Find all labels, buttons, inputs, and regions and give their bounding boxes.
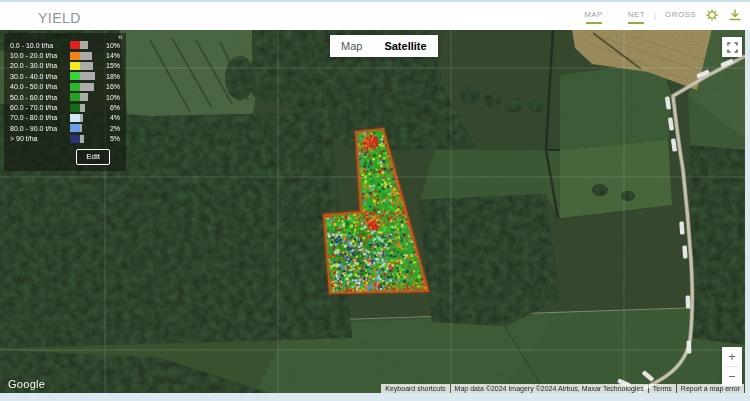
legend-row: 50.0 - 60.0 t/ha10%: [10, 92, 122, 102]
legend-collapse-button[interactable]: «: [118, 32, 123, 42]
legend-histogram-bar: [80, 114, 83, 122]
gear-icon[interactable]: [705, 8, 719, 22]
attribution-bar: Keyboard shortcuts Map data ©2024 Imager…: [381, 384, 744, 393]
legend-histogram-track: [80, 93, 106, 101]
legend-color-swatch: [70, 124, 80, 132]
legend-histogram-bar: [80, 72, 95, 80]
page-title: YIELD: [38, 10, 81, 26]
toggle-gross-label: GROSS: [665, 10, 696, 19]
legend-range-label: 10.0 - 20.0 t/ha: [10, 52, 70, 59]
legend-histogram-track: [80, 104, 106, 112]
legend-percentage: 10%: [106, 42, 122, 49]
legend-range-label: > 90 t/ha: [10, 135, 70, 142]
legend-row: 70.0 - 80.0 t/ha4%: [10, 113, 122, 123]
legend-percentage: 16%: [106, 83, 122, 90]
legend-histogram-bar: [80, 52, 92, 60]
legend-histogram-track: [80, 72, 106, 80]
legend-histogram-bar: [80, 124, 82, 132]
legend-histogram-track: [80, 62, 106, 70]
legend-color-swatch: [70, 114, 80, 122]
map-data-credit: Map data ©2024 Imagery ©2024 Airbus, Max…: [451, 384, 648, 393]
legend-row: 30.0 - 40.0 t/ha18%: [10, 71, 122, 81]
legend-percentage: 18%: [106, 73, 122, 80]
legend-percentage: 15%: [106, 62, 122, 69]
toggle-gross[interactable]: GROSS: [665, 10, 696, 19]
map-type-satellite-button[interactable]: Satellite: [373, 35, 437, 57]
legend-row: > 90 t/ha5%: [10, 134, 122, 144]
legend-histogram-track: [80, 114, 106, 122]
legend-histogram-track: [80, 135, 106, 143]
nav-map-label: MAP: [584, 10, 603, 19]
toggle-net[interactable]: NET: [628, 10, 645, 24]
legend-percentage: 6%: [106, 104, 122, 111]
legend-color-swatch: [70, 104, 80, 112]
legend-histogram-track: [80, 41, 106, 49]
legend-color-swatch: [70, 135, 80, 143]
map-viewport[interactable]: « 0.0 - 10.0 t/ha10%10.0 - 20.0 t/ha14%2…: [0, 30, 745, 393]
fullscreen-button[interactable]: [722, 37, 742, 57]
legend-color-swatch: [70, 62, 80, 70]
legend-edit-button[interactable]: Edit: [76, 149, 110, 165]
net-gross-divider: |: [654, 11, 656, 20]
legend-range-label: 70.0 - 80.0 t/ha: [10, 114, 70, 121]
legend-range-label: 60.0 - 70.0 t/ha: [10, 104, 70, 111]
nav-map-active-underline: [586, 22, 602, 24]
legend-color-swatch: [70, 93, 80, 101]
header-nav: MAP NET | GROSS: [584, 10, 742, 24]
legend-range-label: 80.0 - 90.0 t/ha: [10, 125, 70, 132]
report-map-error-link[interactable]: Report a map error: [677, 384, 744, 393]
page-padding-bottom: [0, 393, 750, 401]
legend-range-label: 40.0 - 50.0 t/ha: [10, 83, 70, 90]
zoom-in-button[interactable]: +: [722, 347, 742, 366]
legend-percentage: 2%: [106, 125, 122, 132]
legend-percentage: 14%: [106, 52, 122, 59]
header-bar: YIELD MAP NET | GROSS: [0, 0, 750, 30]
legend-range-label: 50.0 - 60.0 t/ha: [10, 94, 70, 101]
download-icon[interactable]: [728, 8, 742, 22]
legend-histogram-bar: [80, 83, 94, 91]
legend-color-swatch: [70, 72, 80, 80]
legend-range-label: 0.0 - 10.0 t/ha: [10, 42, 70, 49]
legend-histogram-track: [80, 52, 106, 60]
legend-percentage: 5%: [106, 135, 122, 142]
legend-percentage: 4%: [106, 114, 122, 121]
legend-range-label: 30.0 - 40.0 t/ha: [10, 73, 70, 80]
legend-row: 80.0 - 90.0 t/ha2%: [10, 123, 122, 133]
legend-color-swatch: [70, 41, 80, 49]
legend-range-label: 20.0 - 30.0 t/ha: [10, 62, 70, 69]
legend-histogram-bar: [80, 104, 85, 112]
legend-color-swatch: [70, 83, 80, 91]
legend-histogram-bar: [80, 135, 84, 143]
legend-row: 20.0 - 30.0 t/ha15%: [10, 61, 122, 71]
yield-legend-panel: « 0.0 - 10.0 t/ha10%10.0 - 20.0 t/ha14%2…: [4, 33, 126, 171]
terms-link[interactable]: Terms: [649, 384, 676, 393]
google-logo[interactable]: Google: [8, 378, 45, 390]
legend-histogram-bar: [80, 41, 89, 49]
legend-row: 60.0 - 70.0 t/ha6%: [10, 102, 122, 112]
legend-row: 40.0 - 50.0 t/ha16%: [10, 82, 122, 92]
app-window: YIELD MAP NET | GROSS: [0, 0, 750, 401]
legend-histogram-bar: [80, 62, 93, 70]
legend-histogram-bar: [80, 93, 89, 101]
nav-map-tab[interactable]: MAP: [584, 10, 603, 24]
toggle-net-label: NET: [628, 10, 645, 19]
toggle-net-active-underline: [628, 22, 644, 24]
legend-histogram-track: [80, 83, 106, 91]
legend-percentage: 10%: [106, 94, 122, 101]
map-type-map-button[interactable]: Map: [330, 35, 373, 57]
keyboard-shortcuts-link[interactable]: Keyboard shortcuts: [381, 384, 449, 393]
legend-histogram-track: [80, 124, 106, 132]
zoom-control: + −: [722, 347, 742, 386]
legend-color-swatch: [70, 52, 80, 60]
fullscreen-icon: [727, 42, 738, 53]
legend-row: 10.0 - 20.0 t/ha14%: [10, 50, 122, 60]
map-type-control: Map Satellite: [330, 35, 438, 57]
page-padding-right: [745, 30, 750, 401]
legend-row: 0.0 - 10.0 t/ha10%: [10, 40, 122, 50]
legend-rows: 0.0 - 10.0 t/ha10%10.0 - 20.0 t/ha14%20.…: [10, 40, 122, 144]
